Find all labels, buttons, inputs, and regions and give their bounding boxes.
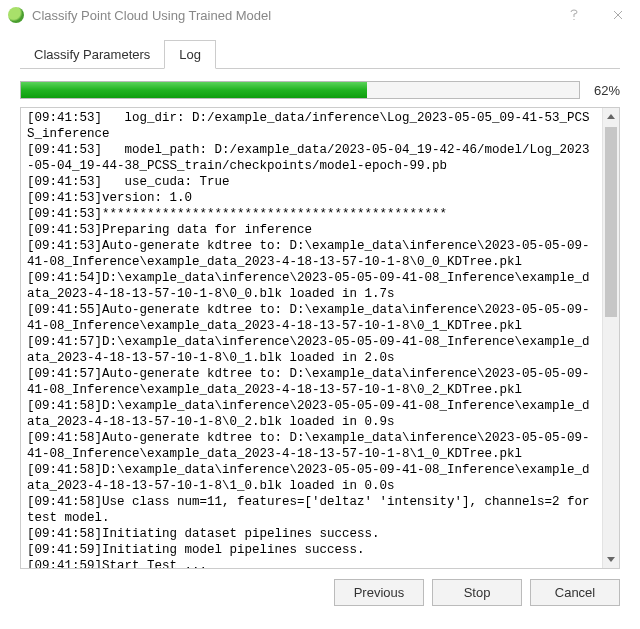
tab-bar: Classify Parameters Log <box>20 40 620 69</box>
app-icon <box>8 7 24 23</box>
svg-marker-1 <box>607 557 615 562</box>
cancel-button[interactable]: Cancel <box>530 579 620 606</box>
progress-fill <box>21 82 367 98</box>
stop-button[interactable]: Stop <box>432 579 522 606</box>
help-button[interactable] <box>552 0 596 30</box>
progress-percent: 62% <box>588 83 620 98</box>
dialog-window: Classify Point Cloud Using Trained Model… <box>0 0 640 629</box>
log-text: [09:41:53] log_dir: D:/example_data/infe… <box>21 108 602 568</box>
progress-row: 62% <box>20 81 620 99</box>
dialog-footer: Previous Stop Cancel <box>0 569 640 606</box>
scroll-down-button[interactable] <box>603 551 619 568</box>
progress-bar <box>20 81 580 99</box>
window-title: Classify Point Cloud Using Trained Model <box>32 8 271 23</box>
previous-button[interactable]: Previous <box>334 579 424 606</box>
title-bar: Classify Point Cloud Using Trained Model <box>0 0 640 30</box>
scroll-thumb[interactable] <box>605 127 617 317</box>
svg-marker-0 <box>607 114 615 119</box>
tab-classify-parameters[interactable]: Classify Parameters <box>20 41 164 68</box>
tab-log[interactable]: Log <box>164 40 216 69</box>
scrollbar[interactable] <box>602 108 619 568</box>
close-button[interactable] <box>596 0 640 30</box>
scroll-up-button[interactable] <box>603 108 619 125</box>
scroll-track[interactable] <box>603 125 619 551</box>
log-panel: [09:41:53] log_dir: D:/example_data/infe… <box>20 107 620 569</box>
